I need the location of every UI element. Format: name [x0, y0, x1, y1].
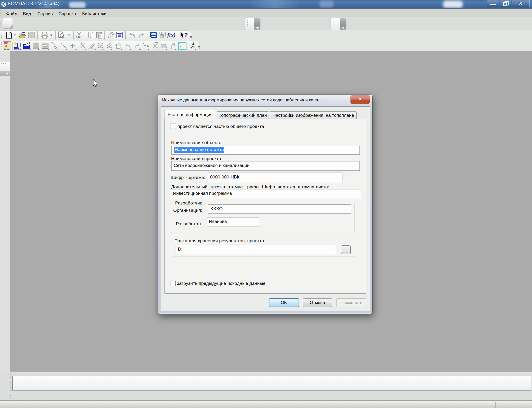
svg-text:?: ?: [184, 31, 188, 39]
